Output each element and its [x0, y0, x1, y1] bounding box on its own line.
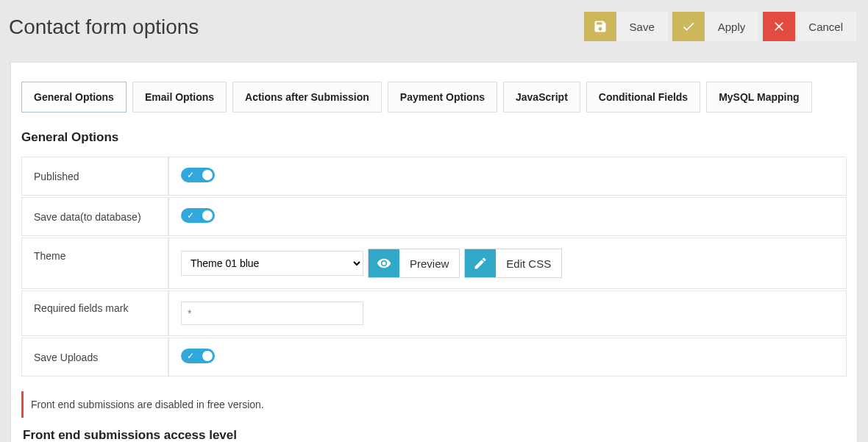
row-theme: Theme Theme 01 blue Preview	[21, 238, 847, 289]
save-icon	[584, 12, 616, 41]
required-mark-label: Required fields mark	[21, 290, 168, 336]
save-uploads-toggle[interactable]: ✓	[181, 349, 215, 363]
row-save-uploads: Save Uploads ✓	[21, 338, 847, 377]
row-required-fields-mark: Required fields mark	[21, 290, 847, 336]
save-uploads-label: Save Uploads	[21, 338, 168, 377]
toggle-knob	[202, 351, 213, 361]
tab-payment-options[interactable]: Payment Options	[388, 82, 497, 113]
check-icon: ✓	[187, 210, 194, 221]
preview-button[interactable]: Preview	[368, 249, 460, 278]
cancel-label: Cancel	[795, 12, 856, 41]
theme-label: Theme	[21, 238, 168, 289]
tabs: General Options Email Options Actions af…	[21, 82, 847, 113]
save-data-toggle[interactable]: ✓	[181, 208, 215, 223]
row-save-data: Save data(to database) ✓	[21, 197, 847, 236]
tab-actions-after-submission[interactable]: Actions after Submission	[232, 82, 382, 113]
check-icon: ✓	[187, 351, 194, 361]
published-label: Published	[21, 157, 168, 196]
toggle-knob	[202, 210, 213, 221]
general-options-heading: General Options	[21, 130, 847, 145]
eye-icon	[369, 249, 399, 277]
cancel-button[interactable]: Cancel	[763, 12, 856, 41]
page-title: Contact form options	[9, 15, 199, 39]
content-panel: General Options Email Options Actions af…	[10, 62, 858, 442]
tab-email-options[interactable]: Email Options	[132, 82, 227, 113]
tab-mysql-mapping[interactable]: MySQL Mapping	[706, 82, 811, 113]
notice-free-version: Front end submissions are disabled in fr…	[21, 391, 847, 418]
tab-conditional-fields[interactable]: Conditional Fields	[586, 82, 700, 113]
apply-button[interactable]: Apply	[672, 12, 759, 41]
pencil-icon	[465, 249, 496, 277]
front-end-access-heading: Front end submissions access level	[23, 428, 847, 442]
apply-icon	[672, 12, 705, 41]
tab-general-options[interactable]: General Options	[21, 82, 127, 113]
check-icon: ✓	[187, 170, 194, 180]
edit-css-label: Edit CSS	[496, 249, 561, 277]
toolbar: Save Apply Cancel	[584, 12, 856, 41]
theme-select[interactable]: Theme 01 blue	[181, 251, 363, 276]
row-published: Published ✓	[21, 157, 847, 196]
required-mark-input[interactable]	[181, 302, 363, 325]
apply-label: Apply	[705, 12, 759, 41]
preview-label: Preview	[399, 249, 459, 277]
published-toggle[interactable]: ✓	[181, 168, 215, 182]
save-label: Save	[616, 12, 668, 41]
save-data-label: Save data(to database)	[21, 197, 168, 236]
edit-css-button[interactable]: Edit CSS	[464, 249, 562, 278]
cancel-icon	[763, 12, 795, 41]
toggle-knob	[202, 170, 213, 180]
tab-javascript[interactable]: JavaScript	[503, 82, 580, 113]
options-table: Published ✓ Save data(to database) ✓	[21, 155, 847, 378]
save-button[interactable]: Save	[584, 12, 668, 41]
